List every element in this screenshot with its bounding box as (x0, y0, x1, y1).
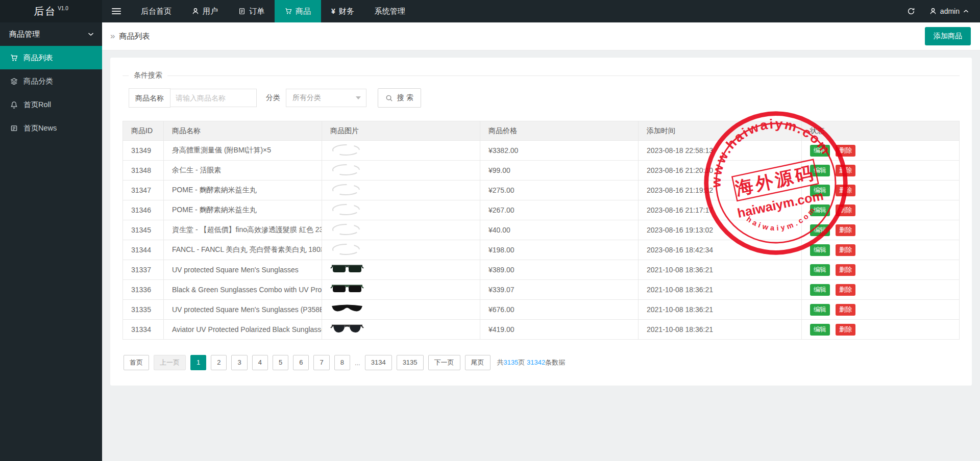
sidebar-group-products[interactable]: 商品管理 (0, 22, 102, 46)
product-added-time: 2023-08-16 19:13:02 (639, 220, 802, 240)
layers-icon (10, 78, 18, 85)
page-prev-button[interactable]: 上一页 (154, 355, 186, 370)
edit-button[interactable]: 编辑 (810, 304, 830, 316)
edit-button[interactable]: 编辑 (810, 165, 830, 176)
breadcrumb: » 商品列表 添加商品 (102, 22, 980, 50)
product-image (330, 322, 364, 337)
table-row: 31345 資生堂 - 【超低價】fino高效滲透護髮膜 紅色 230g... … (123, 220, 960, 240)
product-added-time: 2023-08-16 21:17:17 (639, 200, 802, 220)
product-name-input[interactable] (170, 89, 257, 107)
delete-button[interactable]: 删除 (836, 185, 855, 196)
delete-button[interactable]: 删除 (836, 264, 855, 276)
search-legend: 条件搜索 (129, 71, 167, 80)
chevron-down-icon (88, 32, 94, 36)
username: admin (940, 7, 960, 15)
edit-button[interactable]: 编辑 (810, 324, 830, 336)
product-price: ¥267.00 (480, 200, 639, 220)
user-icon (192, 8, 199, 15)
cart-icon (10, 54, 18, 62)
app-logo-text: 后台 (34, 5, 56, 18)
product-name: Black & Green Sunglasses Combo with UV P… (164, 280, 322, 300)
sunglasses-image (330, 263, 364, 276)
delete-button[interactable]: 删除 (836, 324, 855, 336)
search-button[interactable]: 搜 索 (378, 88, 421, 108)
edit-button[interactable]: 编辑 (810, 204, 830, 216)
app-logo: 后台V1.0 (0, 0, 102, 22)
top-nav: 后台首页 用户 订单 商品 ¥ 财务 系统管理 (131, 0, 415, 22)
product-id: 31346 (123, 200, 164, 220)
delete-button[interactable]: 删除 (836, 304, 855, 316)
product-added-time: 2023-08-16 21:20:10 (639, 161, 802, 181)
search-icon (385, 94, 393, 102)
product-id: 31336 (123, 280, 164, 300)
delete-button[interactable]: 删除 (836, 284, 855, 296)
product-image-cell (322, 300, 480, 320)
page-title: 商品列表 (119, 32, 150, 41)
page-number-button[interactable]: 7 (313, 355, 329, 370)
user-menu[interactable]: admin (924, 7, 980, 15)
nav-item-dashboard[interactable]: 后台首页 (131, 0, 182, 22)
sidebar-item-product-category[interactable]: 商品分类 (0, 69, 102, 93)
page-number-button[interactable]: 1 (190, 355, 206, 370)
product-image (330, 263, 364, 277)
table-row: 31336 Black & Green Sunglasses Combo wit… (123, 280, 960, 300)
page-number-button[interactable]: 4 (252, 355, 268, 370)
edit-button[interactable]: 编辑 (810, 264, 830, 276)
page-number-button[interactable]: 2 (211, 355, 227, 370)
product-added-time: 2021-10-08 18:36:21 (639, 320, 802, 340)
product-image (330, 163, 362, 178)
product-price: ¥275.00 (480, 181, 639, 200)
sidebar-item-home-roll[interactable]: 首页Roll (0, 93, 102, 116)
page-next-button[interactable]: 下一页 (428, 355, 460, 370)
page-number-button[interactable]: 8 (334, 355, 350, 370)
edit-button[interactable]: 编辑 (810, 284, 830, 296)
edit-button[interactable]: 编辑 (810, 224, 830, 236)
product-image-cell (322, 200, 480, 220)
sidebar-item-home-news[interactable]: 首页News (0, 116, 102, 140)
product-image-cell (322, 141, 480, 161)
page-number-button[interactable]: 5 (273, 355, 288, 370)
page-first-button[interactable]: 首页 (124, 355, 149, 370)
nav-item-system[interactable]: 系统管理 (364, 0, 415, 22)
products-table-wrap: 商品ID 商品名称 商品图片 商品价格 添加时间 状态 31349 身高體重測量… (122, 121, 960, 340)
product-price: ¥99.00 (480, 161, 639, 181)
product-image (330, 143, 362, 158)
product-image-cell (322, 181, 480, 200)
table-row: 31335 UV protected Square Men's Sunglass… (123, 300, 960, 320)
row-actions: 编辑 删除 (802, 240, 960, 260)
delete-button[interactable]: 删除 (836, 224, 855, 236)
nav-item-users[interactable]: 用户 (182, 0, 228, 22)
product-image-cell (322, 240, 480, 260)
row-actions: 编辑 删除 (802, 181, 960, 200)
edit-button[interactable]: 编辑 (810, 145, 830, 157)
user-icon (929, 8, 937, 15)
page-number-button[interactable]: 3 (231, 355, 247, 370)
sidebar-item-product-list[interactable]: 商品列表 (0, 46, 102, 69)
add-product-button[interactable]: 添加商品 (925, 27, 971, 45)
nav-item-orders[interactable]: 订单 (228, 0, 275, 22)
page-number-button[interactable]: 3134 (365, 355, 392, 370)
chevron-down-icon (356, 96, 361, 99)
page-number-button[interactable]: 6 (293, 355, 309, 370)
delete-button[interactable]: 删除 (836, 165, 855, 176)
delete-button[interactable]: 删除 (836, 204, 855, 216)
product-id: 31337 (123, 260, 164, 280)
category-select[interactable]: 所有分类 (286, 89, 366, 107)
product-name: UV protected Square Men's Sunglasses (P3… (164, 300, 322, 320)
product-image-cell (322, 220, 480, 240)
edit-button[interactable]: 编辑 (810, 185, 830, 196)
product-id: 31344 (123, 240, 164, 260)
nav-item-products[interactable]: 商品 (275, 0, 321, 22)
product-name: FANCL - FANCL 美白丸 亮白營養素美白丸 180粒 (... (164, 240, 322, 260)
delete-button[interactable]: 删除 (836, 244, 855, 256)
delete-button[interactable]: 删除 (836, 145, 855, 157)
category-label: 分类 (266, 93, 280, 103)
refresh-button[interactable] (898, 0, 924, 22)
sidebar-toggle-button[interactable] (102, 0, 131, 22)
page-number-button[interactable]: 3135 (397, 355, 424, 370)
nav-item-finance[interactable]: ¥ 财务 (321, 0, 364, 22)
product-image-cell (322, 260, 480, 280)
row-actions: 编辑 删除 (802, 260, 960, 280)
page-last-button[interactable]: 尾页 (465, 355, 491, 370)
edit-button[interactable]: 编辑 (810, 244, 830, 256)
